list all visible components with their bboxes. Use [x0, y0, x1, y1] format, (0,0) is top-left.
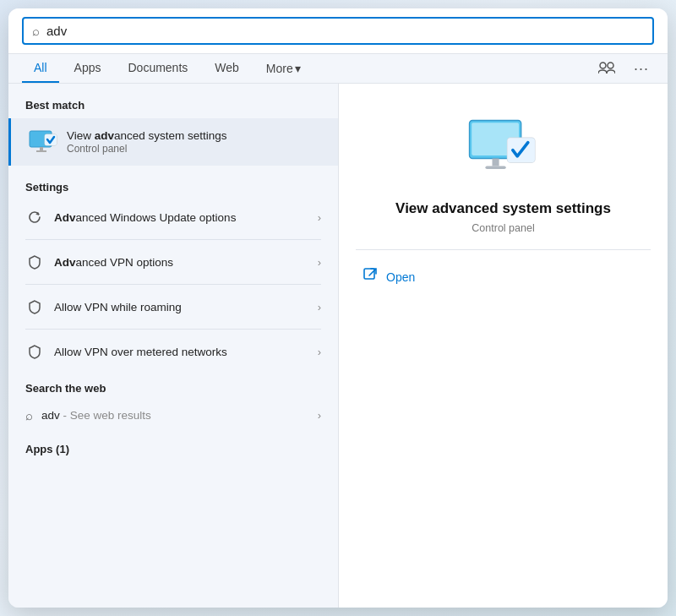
settings-item-windows-update-text: Advanced Windows Update options	[54, 211, 318, 224]
detail-divider	[356, 249, 651, 250]
main-content: Best match View advanced system	[8, 84, 668, 608]
best-match-subtitle: Control panel	[67, 143, 227, 155]
detail-icon	[466, 109, 542, 185]
svg-rect-0	[600, 63, 606, 68]
chevron-right-icon-5: ›	[318, 409, 321, 422]
svg-rect-4	[36, 150, 46, 152]
search-icon: ⌕	[32, 24, 40, 38]
settings-item-vpn-roaming-text: Allow VPN while roaming	[54, 301, 318, 313]
web-search-suffix: - See web results	[63, 409, 151, 422]
web-section-label: Search the web	[8, 370, 338, 400]
chevron-down-icon: ▾	[295, 62, 301, 75]
web-search-icon: ⌕	[25, 408, 33, 422]
more-options-button[interactable]: ···	[629, 57, 654, 81]
web-search-text: adv - See web results	[41, 409, 318, 422]
shield-icon-1	[25, 253, 44, 271]
svg-rect-10	[485, 166, 505, 170]
detail-open-action[interactable]: Open	[356, 264, 422, 290]
tab-web[interactable]: Web	[203, 54, 251, 83]
tab-all[interactable]: All	[22, 54, 59, 83]
refresh-icon	[25, 208, 44, 226]
settings-item-windows-update[interactable]: Advanced Windows Update options ›	[8, 199, 338, 236]
apps-count-label: Apps (1)	[8, 431, 338, 461]
tab-more[interactable]: More ▾	[254, 55, 313, 82]
search-bar: ⌕	[8, 8, 668, 54]
detail-open-label: Open	[386, 270, 415, 284]
tab-actions: ···	[593, 55, 654, 83]
people-icon-button[interactable]	[593, 55, 620, 83]
web-search-item[interactable]: ⌕ adv - See web results ›	[8, 400, 338, 431]
best-match-title: View advanced system settings	[67, 129, 227, 142]
svg-rect-9	[492, 159, 499, 166]
settings-section-label: Settings	[8, 169, 338, 199]
settings-item-vpn-metered-text: Allow VPN over metered networks	[54, 346, 318, 358]
tab-more-label: More	[266, 62, 293, 75]
svg-rect-3	[40, 147, 43, 150]
settings-item-vpn-roaming[interactable]: Allow VPN while roaming ›	[8, 288, 338, 325]
settings-item-vpn-metered[interactable]: Allow VPN over metered networks ›	[8, 333, 338, 370]
detail-title: View advanced system settings	[395, 200, 611, 217]
tab-list: All Apps Documents Web More ▾	[22, 54, 313, 83]
divider-3	[25, 329, 321, 330]
chevron-right-icon-1: ›	[318, 211, 321, 224]
tab-bar: All Apps Documents Web More ▾ ···	[8, 54, 668, 84]
detail-subtitle: Control panel	[472, 222, 534, 234]
chevron-right-icon-2: ›	[318, 256, 321, 269]
chevron-right-icon-4: ›	[318, 346, 321, 358]
divider-2	[25, 284, 321, 285]
shield-icon-2	[25, 297, 44, 316]
tab-documents[interactable]: Documents	[116, 54, 199, 83]
best-match-label: Best match	[8, 99, 338, 118]
system-settings-icon	[28, 127, 58, 157]
right-panel: View advanced system settings Control pa…	[338, 84, 668, 608]
best-match-item[interactable]: View advanced system settings Control pa…	[8, 118, 338, 166]
open-external-icon	[363, 267, 378, 286]
best-match-text: View advanced system settings Control pa…	[67, 129, 227, 155]
chevron-right-icon-3: ›	[318, 301, 321, 313]
shield-icon-3	[25, 342, 44, 361]
divider-1	[25, 239, 321, 240]
search-window: ⌕ All Apps Documents Web More ▾	[8, 8, 668, 608]
tab-apps[interactable]: Apps	[63, 54, 113, 83]
left-panel: Best match View advanced system	[8, 84, 338, 608]
settings-item-vpn-options-text: Advanced VPN options	[54, 256, 318, 269]
search-input[interactable]	[46, 24, 644, 38]
svg-rect-13	[364, 269, 374, 279]
settings-item-vpn-options[interactable]: Advanced VPN options ›	[8, 243, 338, 281]
search-input-row: ⌕	[22, 17, 654, 45]
svg-rect-1	[608, 63, 613, 68]
